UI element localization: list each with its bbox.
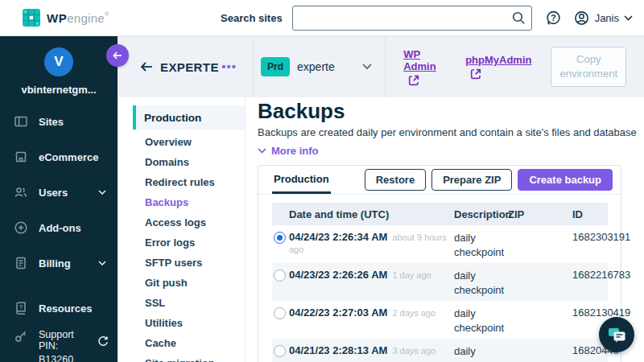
nav-item-cache[interactable]: Cache [118, 333, 245, 353]
more-info-toggle[interactable]: More info [258, 145, 319, 157]
environment-badge: Prd [261, 57, 290, 76]
svg-text:?: ? [551, 12, 555, 22]
account-sidebar: V vbinternetgm... Sites eCommerce [0, 36, 118, 362]
invoice-icon [14, 256, 28, 270]
sidebar-item-label: Sites [39, 116, 64, 128]
restore-button[interactable]: Restore [365, 169, 426, 191]
search-box [292, 6, 532, 31]
env-nav-list: OverviewDomainsRedirect rulesBackupsAcce… [118, 132, 245, 362]
add-circle-icon [14, 220, 28, 235]
backup-radio[interactable] [274, 307, 286, 319]
sidebar-item-label: eCommerce [39, 151, 98, 163]
nav-item-domains[interactable]: Domains [118, 152, 245, 172]
sidebar-item-label: Resources [39, 302, 92, 315]
backup-id: 1682303191 [572, 231, 630, 259]
nav-item-utilities[interactable]: Utilities [118, 313, 245, 333]
copy-environment-button[interactable]: Copy environment [551, 47, 626, 87]
account-name: vbinternetgm... [21, 84, 96, 96]
support-pin-value: B13260 [39, 354, 73, 362]
site-name: EXPERTE [160, 60, 219, 74]
more-actions-button[interactable]: ••• [221, 63, 237, 71]
col-date: Date and time (UTC) [289, 208, 454, 220]
backup-date: 04/21/23 2:28:13 AM [289, 344, 387, 356]
search-sites-label: Search sites [221, 12, 283, 24]
brand-text: WPengine® [47, 11, 109, 25]
phpmyadmin-link[interactable]: phpMyAdmin [465, 54, 531, 80]
nav-item-error-logs[interactable]: Error logs [118, 232, 245, 253]
sidebar-item-users[interactable]: Users [0, 175, 118, 210]
backup-zip [508, 306, 572, 335]
chevron-down-icon [624, 15, 633, 21]
wp-engine-logo[interactable]: WPengine® [23, 9, 109, 27]
chevron-down-icon [258, 148, 266, 154]
external-link-icon [408, 75, 419, 86]
page-description: Backups are created daily per environmen… [258, 126, 644, 138]
main-content: Backups Backups are created daily per en… [246, 97, 644, 362]
wp-admin-link[interactable]: WP Admin [403, 48, 446, 86]
nav-item-backups[interactable]: Backups [118, 192, 245, 212]
backup-zip [508, 344, 572, 362]
backup-id: 1682216783 [572, 269, 630, 297]
chevron-down-icon [98, 190, 106, 195]
backup-radio[interactable] [274, 345, 286, 357]
wp-engine-portal: WPengine® Search sites ? [0, 0, 644, 362]
table-row[interactable]: 04/22/23 2:27:03 AM2 days ago daily chec… [272, 301, 608, 339]
table-body: 04/24/23 2:26:34 AMabout 9 hours ago dai… [272, 225, 608, 362]
support-pin-label: Support PIN: [39, 329, 86, 352]
environment-selector[interactable]: Prd experte [254, 36, 385, 97]
prepare-zip-button[interactable]: Prepare ZIP [431, 169, 512, 191]
nav-section-production[interactable]: Production [133, 105, 245, 130]
table-row[interactable]: 04/24/23 2:26:34 AMabout 9 hours ago dai… [272, 225, 608, 263]
col-description: Description [454, 208, 508, 220]
back-arrow-icon[interactable] [140, 60, 153, 73]
nav-item-ssl[interactable]: SSL [118, 293, 245, 313]
sidebar-item-sites[interactable]: Sites [0, 104, 118, 139]
collapse-sidebar-button[interactable] [106, 44, 129, 67]
user-name: Janis [595, 12, 619, 24]
registered-mark: ® [105, 11, 109, 17]
account-menu[interactable]: Janis [573, 10, 633, 27]
backups-table: Date and time (UTC) Description ZIP ID 0… [272, 203, 608, 362]
backup-radio[interactable] [274, 269, 286, 282]
sidebar-item-label: Users [39, 187, 68, 199]
sidebar-item-resources[interactable]: ? Resources [0, 290, 118, 326]
nav-item-sftp-users[interactable]: SFTP users [118, 253, 245, 273]
nav-item-redirect-rules[interactable]: Redirect rules [118, 172, 245, 192]
nav-item-site-migration[interactable]: Site migration [118, 353, 245, 362]
search-sites-input[interactable] [292, 6, 532, 31]
backup-date: 04/22/23 2:27:03 AM [289, 306, 387, 319]
nav-item-git-push[interactable]: Git push [118, 273, 245, 293]
backups-card: Production Restore Prepare ZIP Create ba… [258, 165, 621, 362]
backup-date: 04/23/23 2:26:26 AM [289, 269, 387, 281]
nav-item-overview[interactable]: Overview [118, 132, 245, 152]
sites-icon [14, 114, 28, 129]
users-icon [14, 185, 28, 200]
table-row[interactable]: 04/21/23 2:28:13 AM3 days ago daily chec… [272, 339, 608, 362]
backup-relative-time: 3 days ago [392, 346, 436, 356]
search-icon[interactable] [511, 10, 526, 26]
sidebar-item-label: Add-ons [39, 222, 81, 234]
create-backup-button[interactable]: Create backup [518, 169, 613, 191]
backup-radio[interactable] [274, 232, 286, 244]
backup-zip [508, 269, 572, 297]
col-zip: ZIP [508, 208, 572, 220]
sidebar-item-billing[interactable]: Billing [0, 245, 118, 281]
environment-name: experte [297, 60, 335, 73]
chevron-down-icon [362, 64, 372, 70]
sidebar-item-add-ons[interactable]: Add-ons [0, 210, 118, 245]
tab-production[interactable]: Production [272, 166, 331, 194]
table-row[interactable]: 04/23/23 2:26:26 AM1 day ago daily check… [272, 263, 608, 301]
nav-item-access-logs[interactable]: Access logs [118, 212, 245, 232]
sidebar-item-label: Billing [39, 257, 71, 269]
table-header: Date and time (UTC) Description ZIP ID [272, 203, 608, 225]
environment-nav: Production OverviewDomainsRedirect rules… [118, 97, 246, 362]
help-button[interactable]: ? [545, 10, 562, 27]
sidebar-item-ecommerce[interactable]: eCommerce [0, 139, 118, 175]
avatar[interactable]: V [44, 47, 73, 76]
external-link-icon [470, 68, 481, 80]
support-pin: Support PIN: B13260 [0, 329, 118, 362]
chat-widget-button[interactable] [599, 317, 634, 352]
backup-date: 04/24/23 2:26:34 AM [289, 231, 387, 243]
refresh-icon[interactable] [97, 335, 109, 348]
resources-book-icon: ? [14, 301, 28, 315]
